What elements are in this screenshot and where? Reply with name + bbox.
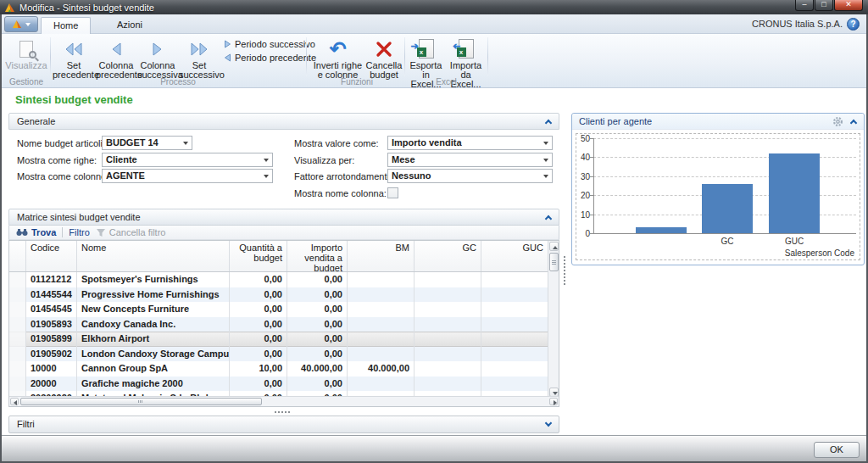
cell-gc[interactable] [415, 302, 481, 317]
minimize-button[interactable]: – [795, 0, 814, 11]
cell-name[interactable]: London Candoxy Storage Campus [77, 347, 230, 362]
cell-qty[interactable]: 0,00 [230, 302, 287, 317]
cell-bm[interactable] [348, 347, 415, 362]
table-row[interactable]: 01454545New Concepts Furniture0,000,00 [9, 302, 548, 317]
cell-amount[interactable]: 40.000,00 [287, 361, 348, 377]
cell-qty[interactable]: 0,00 [230, 272, 287, 287]
cell-gc[interactable] [415, 287, 481, 303]
cell-gc[interactable] [415, 361, 481, 377]
fasttab-matrice-header[interactable]: Matrice sintesi budget vendite [8, 209, 559, 226]
mostra-nome-colonna-checkbox[interactable] [387, 187, 398, 198]
cell-guc[interactable] [481, 317, 548, 332]
collapse-chevron-icon[interactable] [545, 120, 552, 126]
header-cell-quantita[interactable]: Quantità a budget [230, 241, 287, 271]
table-row[interactable]: 01121212Spotsmeyer's Furnishings0,000,00 [9, 272, 548, 287]
cell-amount[interactable]: 0,00 [287, 317, 348, 332]
cell-guc[interactable] [481, 302, 548, 317]
cell-name[interactable]: New Concepts Furniture [77, 302, 230, 317]
cell-guc[interactable] [481, 332, 548, 347]
cell-name[interactable]: Grafiche magiche 2000 [77, 377, 230, 392]
cancella-filtro-button[interactable]: Cancella filtro [96, 227, 166, 237]
fasttab-filtri[interactable]: Filtri [8, 416, 559, 433]
cell-qty[interactable]: 0,00 [230, 377, 287, 392]
title-bar[interactable]: Modifica - Sintesi budget vendite [0, 0, 868, 14]
table-row[interactable]: 01905899Elkhorn Airport0,000,00 [9, 332, 548, 347]
fattore-arrotondamento-combobox[interactable]: Nessuno [387, 169, 553, 183]
table-row[interactable]: 01445544Progressive Home Furnishings0,00… [9, 287, 548, 303]
vertical-scrollbar[interactable] [548, 241, 559, 398]
cell-guc[interactable] [481, 377, 548, 392]
cell-gc[interactable] [415, 347, 481, 362]
cell-bm[interactable] [348, 332, 415, 347]
mostra-valore-combobox[interactable]: Importo vendita [387, 136, 553, 150]
cell-guc[interactable] [481, 272, 548, 287]
dropdown-arrow-icon[interactable] [543, 159, 548, 162]
table-row[interactable]: 20000Grafiche magiche 20000,000,00 [9, 377, 548, 392]
cell-sel[interactable] [9, 332, 26, 347]
cell-gc[interactable] [415, 272, 481, 287]
tab-home[interactable]: Home [41, 17, 91, 34]
expand-chevron-icon[interactable] [545, 420, 552, 427]
cell-guc[interactable] [481, 287, 548, 303]
cell-sel[interactable] [9, 272, 26, 287]
header-cell-nome[interactable]: Nome [77, 241, 230, 271]
cell-bm[interactable] [348, 302, 415, 317]
cell-bm[interactable] [348, 317, 415, 332]
dropdown-arrow-icon[interactable] [543, 175, 548, 178]
cell-qty[interactable]: 0,00 [230, 332, 287, 347]
dropdown-arrow-icon[interactable] [264, 175, 269, 178]
cell-gc[interactable] [415, 377, 481, 392]
header-cell-guc[interactable]: GUC [481, 241, 548, 271]
cell-amount[interactable]: 0,00 [287, 302, 348, 317]
table-row[interactable]: 01905893Candoxy Canada Inc.0,000,00 [9, 317, 548, 332]
cell-sel[interactable] [9, 377, 26, 392]
visualizza-per-combobox[interactable]: Mese [387, 153, 553, 167]
cell-code[interactable]: 01121212 [26, 272, 77, 287]
collapse-chevron-icon[interactable] [850, 120, 857, 126]
cell-sel[interactable] [9, 361, 26, 377]
table-row[interactable]: 10000Cannon Group SpA10,0040.000,0040.00… [9, 361, 548, 377]
help-button[interactable]: ? [847, 18, 860, 31]
vertical-splitter-handle[interactable] [564, 256, 566, 285]
cell-name[interactable]: Spotsmeyer's Furnishings [77, 272, 230, 287]
cell-code[interactable]: 01905893 [26, 317, 77, 332]
chart-bar[interactable] [769, 153, 820, 233]
table-row[interactable]: 01905902London Candoxy Storage Campus0,0… [9, 347, 548, 362]
maximize-button[interactable]: □ [815, 0, 833, 11]
periodo-successivo-button[interactable]: Periodo successivo [224, 37, 315, 50]
cell-code[interactable]: 20000 [26, 377, 77, 392]
cell-name[interactable]: Elkhorn Airport [77, 332, 230, 347]
cell-amount[interactable]: 0,00 [287, 287, 348, 303]
application-menu-button[interactable] [4, 16, 38, 32]
horizontal-scroll-thumb[interactable] [20, 398, 262, 405]
cell-guc[interactable] [481, 347, 548, 362]
collapse-chevron-icon[interactable] [545, 215, 552, 222]
header-cell-codice[interactable]: Codice [26, 241, 77, 271]
horizontal-scrollbar[interactable] [9, 396, 559, 406]
cell-bm[interactable] [348, 377, 415, 392]
header-cell-gc[interactable]: GC [415, 241, 481, 271]
vertical-scroll-thumb[interactable] [549, 253, 559, 271]
chart-panel-header[interactable]: Clienti per agente [572, 114, 864, 130]
cell-amount[interactable]: 0,00 [287, 347, 348, 362]
close-button[interactable]: ✕ [834, 0, 863, 11]
dropdown-arrow-icon[interactable] [183, 142, 188, 145]
chart-bar[interactable] [702, 184, 753, 233]
cell-qty[interactable]: 0,00 [230, 317, 287, 332]
cell-sel[interactable] [9, 317, 26, 332]
cell-amount[interactable]: 0,00 [287, 272, 348, 287]
cell-sel[interactable] [9, 347, 26, 362]
cell-gc[interactable] [415, 332, 481, 347]
header-cell-importo[interactable]: Importo vendita a budget [287, 241, 348, 271]
cell-code[interactable]: 01445544 [26, 287, 77, 303]
scroll-left-button[interactable] [10, 398, 19, 405]
header-cell-selector[interactable] [9, 241, 26, 271]
cell-code[interactable]: 10000 [26, 361, 77, 377]
periodo-precedente-button[interactable]: Periodo precedente [224, 51, 316, 64]
cell-gc[interactable] [415, 317, 481, 332]
cell-guc[interactable] [481, 361, 548, 377]
cell-bm[interactable] [348, 272, 415, 287]
cell-qty[interactable]: 0,00 [230, 287, 287, 303]
tab-azioni[interactable]: Azioni [105, 17, 154, 34]
filtro-button[interactable]: Filtro [69, 227, 89, 237]
